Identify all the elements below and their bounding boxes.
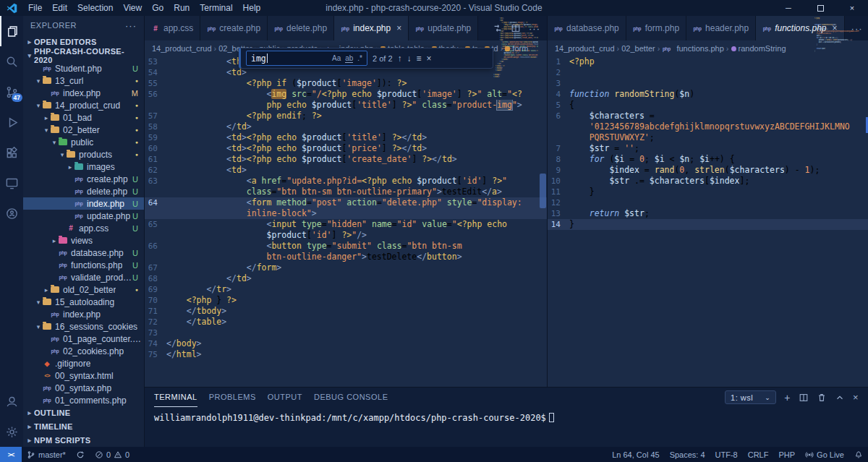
chevron-down-icon[interactable]: ▾ (50, 139, 59, 146)
open-changes-icon[interactable] (493, 23, 503, 33)
code-line-62[interactable]: 62 <td> (145, 165, 547, 176)
code-line-58[interactable]: 58 </td> (145, 121, 547, 132)
code-line-14[interactable]: 14} (548, 219, 868, 230)
breadcrumb-item[interactable]: phpfunctions.php (662, 44, 723, 53)
menu-file[interactable]: File (23, 0, 47, 16)
tree-item-14_product_crud[interactable]: ▾14_product_crud● (23, 99, 144, 111)
code-line-63[interactable]: 63 <a href="update.php?id=<?php echo $pr… (145, 176, 547, 187)
close-panel-icon[interactable]: × (853, 392, 859, 403)
tree-item-functions.php[interactable]: phpfunctions.phpU (23, 259, 144, 271)
tree-item-validate_product...[interactable]: phpvalidate_product...U (23, 271, 144, 283)
indentation-status[interactable]: Spaces: 4 (665, 450, 710, 459)
code-line-68[interactable]: 68 </td> (145, 273, 547, 284)
tab-app.css[interactable]: #app.css (145, 16, 200, 40)
find-close-icon[interactable]: × (427, 54, 432, 64)
section-timeline[interactable]: ▸TIMELINE (23, 419, 144, 433)
sync-changes-button[interactable] (71, 447, 90, 462)
code-line-67[interactable]: 67 </form> (145, 262, 547, 273)
code-line-60[interactable]: 60 <td><?php echo $product['price'] ?></… (145, 143, 547, 154)
code-line-8[interactable]: 8 for ($i = 0; $i < $n; $i++) { (548, 154, 868, 165)
code-line-71[interactable]: 71 </tbody> (145, 306, 547, 317)
panel-tab-problems[interactable]: PROBLEMS (209, 388, 256, 407)
regex-toggle[interactable]: .* (357, 54, 362, 63)
code-line-7[interactable]: 7 $str = ''; (548, 143, 868, 154)
close-icon[interactable]: × (836, 0, 868, 16)
eol-status[interactable]: CRLF (743, 450, 774, 459)
code-line-55[interactable]: 55 <?php if ($product['image']): ?> (145, 78, 547, 89)
chevron-right-icon[interactable]: ▸ (42, 114, 51, 121)
code-line-65[interactable]: 65 <input type="hidden" name="id" value=… (145, 219, 547, 230)
tab-form.php[interactable]: phpform.php (626, 16, 686, 40)
tab-update.php[interactable]: phpupdate.php (409, 16, 478, 40)
code-line-10[interactable]: 10 $str .= $characters[$index]; (548, 176, 868, 187)
more-actions-icon[interactable]: ··· (529, 23, 540, 34)
tree-item-old_02_better[interactable]: ▸old_02_better● (23, 283, 144, 296)
menu-view[interactable]: View (118, 0, 147, 16)
source-control-icon[interactable]: 47 (0, 77, 23, 107)
menu-help[interactable]: Help (238, 0, 266, 16)
code-line-wrap[interactable]: class="btn btn-sm btn-outline-primary">t… (145, 187, 547, 197)
code-editor-functions-php[interactable]: 1<?php234function randomString($n)5{6 $c… (548, 56, 868, 387)
chevron-right-icon[interactable]: ▸ (42, 286, 51, 294)
extensions-icon[interactable] (0, 137, 23, 168)
tab-functions.php[interactable]: phpfunctions.php× (756, 16, 844, 40)
match-case-toggle[interactable]: Aa (332, 54, 341, 63)
tree-item-create.php[interactable]: phpcreate.phpU (23, 173, 144, 185)
code-line-wrap[interactable]: btn-outline-danger">testDelete</button> (145, 252, 547, 262)
run-debug-icon[interactable] (0, 107, 23, 137)
tree-item-index.php[interactable]: phpindex.php (23, 308, 144, 320)
tree-item-00_syntax.html[interactable]: <>00_syntax.html (23, 369, 144, 382)
chevron-down-icon[interactable]: ▾ (34, 299, 43, 306)
chevron-right-icon[interactable]: ▸ (50, 237, 59, 244)
chevron-down-icon[interactable]: ▾ (34, 102, 43, 109)
code-line-69[interactable]: 69 </tr> (145, 284, 547, 295)
search-icon[interactable] (0, 46, 23, 77)
split-editor-icon[interactable] (511, 23, 521, 33)
find-previous-icon[interactable]: ↑ (398, 54, 402, 64)
menu-go[interactable]: Go (147, 0, 169, 16)
breadcrumb-item[interactable]: randomString (731, 44, 786, 53)
menu-edit[interactable]: Edit (47, 0, 72, 16)
kill-terminal-icon[interactable] (817, 393, 827, 403)
code-line-13[interactable]: 13 return $str; (548, 208, 868, 219)
code-line-66[interactable]: 66 <button type="submit" class="btn btn-… (145, 241, 547, 252)
tree-item-update.php[interactable]: phpupdate.phpU (23, 210, 144, 222)
terminal-output[interactable]: williamrandolph1911@dev-thinkpad:/mnt/c/… (145, 407, 868, 423)
tab-delete.php[interactable]: phpdelete.php (268, 16, 334, 40)
menu-run[interactable]: Run (169, 0, 195, 16)
tree-item-public[interactable]: ▾public● (23, 136, 144, 148)
find-next-icon[interactable]: ↓ (407, 54, 412, 64)
remote-indicator[interactable]: >< (0, 447, 22, 462)
panel-tab-terminal[interactable]: TERMINAL (154, 388, 197, 407)
code-line-5[interactable]: 5{ (548, 100, 868, 111)
code-line-73[interactable]: 73 (145, 328, 547, 338)
tree-item-Student.php[interactable]: phpStudent.phpU (23, 62, 144, 74)
language-mode[interactable]: PHP (773, 450, 800, 459)
breadcrumb-item[interactable]: 14_product_crud (555, 44, 615, 53)
tree-item-01_comments.php[interactable]: php01_comments.php (23, 394, 144, 406)
code-line-wrap[interactable]: '0123456789abcdefghijklmnopqrstuvwxyzABC… (548, 121, 868, 132)
tree-item-02_cookies.php[interactable]: php02_cookies.php (23, 345, 144, 357)
breadcrumb-item[interactable]: 14_product_crud (152, 44, 212, 53)
tree-item-15_autoloading[interactable]: ▾15_autoloading (23, 296, 144, 308)
split-terminal-icon[interactable] (799, 393, 809, 403)
root-folder-section[interactable]: ▾ PHP-CRASH-COURSE-2020 (23, 48, 144, 62)
minimize-icon[interactable]: ─ (773, 0, 804, 16)
maximize-icon[interactable] (804, 0, 836, 16)
explorer-icon[interactable] (0, 16, 23, 46)
code-line-6[interactable]: 6 $characters = (548, 111, 868, 121)
maximize-panel-icon[interactable] (835, 393, 845, 403)
breadcrumb-item[interactable]: form (505, 44, 528, 53)
close-tab-icon[interactable]: × (833, 23, 838, 33)
code-line-11[interactable]: 11 } (548, 187, 868, 197)
find-in-selection-icon[interactable]: ≡ (417, 54, 422, 64)
accounts-icon[interactable] (0, 386, 23, 416)
explorer-more-actions-icon[interactable]: ··· (125, 20, 137, 31)
tree-item-.gitignore[interactable]: ◆.gitignore (23, 357, 144, 369)
chevron-down-icon[interactable]: ▾ (34, 323, 43, 330)
tree-item-index.php[interactable]: phpindex.phpU (23, 197, 144, 210)
breadcrumb-2[interactable]: 14_product_crud›02_better›phpfunctions.p… (548, 40, 868, 56)
tree-item-views[interactable]: ▸views (23, 234, 144, 247)
chevron-down-icon[interactable]: ▾ (58, 151, 67, 158)
code-line-70[interactable]: 70 <?php } ?> (145, 295, 547, 306)
